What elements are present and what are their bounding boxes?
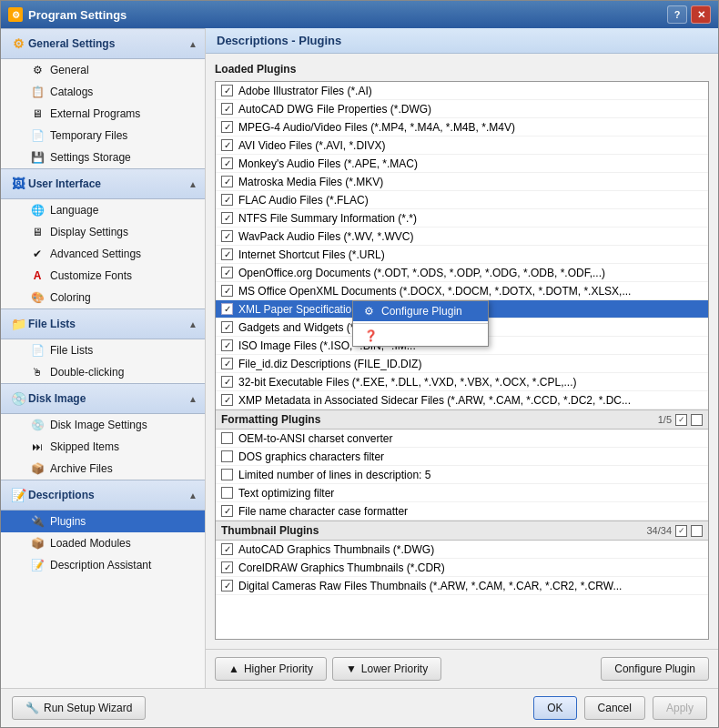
- sidebar-item-external-programs[interactable]: 🖥 External Programs: [1, 103, 205, 125]
- formatting-item-5[interactable]: File name character case formatter: [216, 502, 708, 521]
- sidebar-item-settings-storage[interactable]: 💾 Settings Storage: [1, 147, 205, 168]
- formatting-item-2[interactable]: DOS graphics characters filter: [216, 448, 708, 466]
- plugin-item-7[interactable]: FLAC Audio Files (*.FLAC): [216, 191, 708, 209]
- configure-plugin-label: Configure Plugin: [614, 662, 695, 675]
- plugin-item-1[interactable]: Adobe Illustrator Files (*.AI): [216, 82, 708, 100]
- thumbnail-name-3: Digital Cameras Raw Files Thumbnails (*.…: [238, 580, 622, 592]
- file-lists-item-icon: 📄: [30, 343, 45, 358]
- lower-priority-button[interactable]: ▼ Lower Priority: [332, 657, 441, 681]
- sidebar-item-skipped-items[interactable]: ⏭ Skipped Items: [1, 436, 205, 458]
- plugin-list[interactable]: Adobe Illustrator Files (*.AI) AutoCAD D…: [215, 81, 709, 640]
- plugin-checkbox-17[interactable]: [221, 376, 233, 388]
- thumbnail-checkbox-1[interactable]: [221, 543, 233, 555]
- plugin-checkbox-1[interactable]: [221, 85, 233, 96]
- plugin-checkbox-9[interactable]: [221, 230, 233, 242]
- plugin-item-10[interactable]: Internet Shortcut Files (*.URL): [216, 246, 708, 264]
- plugin-checkbox-11[interactable]: [221, 267, 233, 278]
- configure-label: Configure Plugin: [381, 305, 462, 318]
- run-setup-wizard-button[interactable]: 🔧 Run Setup Wizard: [12, 696, 146, 720]
- plugin-checkbox-13[interactable]: [221, 303, 233, 315]
- plugin-item-18[interactable]: XMP Metadata in Associated Sidecar Files…: [216, 391, 708, 410]
- plugin-item-4[interactable]: AVI Video Files (*.AVI, *.DIVX): [216, 136, 708, 155]
- sidebar-item-display-settings[interactable]: 🖥 Display Settings: [1, 221, 205, 243]
- plugin-checkbox-15[interactable]: [221, 339, 233, 351]
- plugin-checkbox-6[interactable]: [221, 176, 233, 187]
- close-button[interactable]: ✕: [691, 5, 711, 24]
- sidebar-item-archive-files[interactable]: 📦 Archive Files: [1, 458, 205, 480]
- formatting-checkbox-5[interactable]: [221, 505, 233, 517]
- plugin-checkbox-7[interactable]: [221, 194, 233, 206]
- plugin-checkbox-12[interactable]: [221, 285, 233, 297]
- plugin-checkbox-3[interactable]: [221, 121, 233, 133]
- formatting-checkbox-2[interactable]: [221, 450, 233, 462]
- thumbnail-checkbox-3[interactable]: [221, 580, 233, 592]
- plugin-item-8[interactable]: NTFS File Summary Information (*.*): [216, 209, 708, 228]
- formatting-checkbox-4[interactable]: [221, 487, 233, 499]
- sidebar-group-ui[interactable]: 🖼 User Interface ▲: [1, 168, 205, 199]
- sidebar-item-loaded-modules[interactable]: 📦 Loaded Modules: [1, 532, 205, 554]
- configure-plugin-button[interactable]: Configure Plugin: [601, 657, 709, 681]
- sidebar-item-description-assistant[interactable]: 📝 Description Assistant: [1, 554, 205, 576]
- sidebar-item-catalogs[interactable]: 📋 Catalogs: [1, 81, 205, 103]
- thumbnail-plugins-label: Thumbnail Plugins: [221, 524, 319, 537]
- context-menu-configure[interactable]: ⚙ Configure Plugin: [353, 301, 488, 321]
- plugin-item-2[interactable]: AutoCAD DWG File Properties (*.DWG): [216, 100, 708, 118]
- help-button[interactable]: ?: [667, 5, 687, 24]
- plugin-item-17[interactable]: 32-bit Executable Files (*.EXE, *.DLL, *…: [216, 373, 708, 391]
- plugin-item-13[interactable]: XML Paper Specification Documents (*.XPS…: [216, 300, 708, 318]
- sidebar-group-disk-image[interactable]: 💿 Disk Image ▲: [1, 383, 205, 414]
- sidebar-item-language[interactable]: 🌐 Language: [1, 199, 205, 221]
- plugin-name-16: File_id.diz Descriptions (FILE_ID.DIZ): [238, 358, 421, 370]
- plugin-checkbox-2[interactable]: [221, 103, 233, 115]
- plugin-item-11[interactable]: OpenOffice.org Documents (*.ODT, *.ODS, …: [216, 264, 708, 282]
- plugin-item-6[interactable]: Matroska Media Files (*.MKV): [216, 173, 708, 191]
- sidebar-item-disk-image-settings[interactable]: 💿 Disk Image Settings: [1, 414, 205, 436]
- thumbnail-item-1[interactable]: AutoCAD Graphics Thumbnails (*.DWG): [216, 541, 708, 559]
- sidebar-item-double-clicking[interactable]: 🖱 Double-clicking: [1, 361, 205, 383]
- higher-priority-button[interactable]: ▲ Higher Priority: [215, 657, 327, 681]
- sidebar-item-file-lists[interactable]: 📄 File Lists: [1, 339, 205, 361]
- sidebar-item-plugins[interactable]: 🔌 Plugins: [1, 511, 205, 532]
- thumbnail-check-all[interactable]: ✓: [675, 525, 687, 537]
- ok-button[interactable]: OK: [533, 696, 576, 720]
- sidebar-item-coloring[interactable]: 🎨 Coloring: [1, 287, 205, 308]
- plugin-checkbox-4[interactable]: [221, 139, 233, 151]
- formatting-item-1[interactable]: OEM-to-ANSI charset converter: [216, 430, 708, 448]
- formatting-uncheck-all[interactable]: [691, 414, 703, 426]
- sidebar-item-advanced-settings[interactable]: ✔ Advanced Settings: [1, 243, 205, 265]
- plugin-item-16[interactable]: File_id.diz Descriptions (FILE_ID.DIZ): [216, 355, 708, 373]
- file-lists-collapse-arrow: ▲: [188, 319, 197, 329]
- sidebar-group-file-lists[interactable]: 📁 File Lists ▲: [1, 308, 205, 339]
- formatting-checkbox-1[interactable]: [221, 432, 233, 444]
- general-label: General: [50, 64, 89, 76]
- plugin-checkbox-14[interactable]: [221, 321, 233, 333]
- plugin-checkbox-5[interactable]: [221, 157, 233, 169]
- plugin-checkbox-10[interactable]: [221, 248, 233, 260]
- plugin-checkbox-16[interactable]: [221, 358, 233, 369]
- loaded-modules-label: Loaded Modules: [50, 537, 131, 550]
- sidebar-item-temporary-files[interactable]: 📄 Temporary Files: [1, 125, 205, 147]
- plugin-item-12[interactable]: MS Office OpenXML Documents (*.DOCX, *.D…: [216, 282, 708, 300]
- sidebar-item-general[interactable]: ⚙ General: [1, 59, 205, 81]
- apply-button[interactable]: Apply: [653, 696, 707, 720]
- cancel-button[interactable]: Cancel: [584, 696, 645, 720]
- thumbnail-uncheck-all[interactable]: [691, 525, 703, 537]
- configure-icon: ⚙: [364, 305, 374, 318]
- plugin-item-3[interactable]: MPEG-4 Audio/Video Files (*.MP4, *.M4A, …: [216, 118, 708, 136]
- plugin-item-9[interactable]: WavPack Audio Files (*.WV, *.WVC): [216, 228, 708, 246]
- thumbnail-item-3[interactable]: Digital Cameras Raw Files Thumbnails (*.…: [216, 577, 708, 595]
- general-icon: ⚙: [30, 63, 45, 77]
- sidebar-group-descriptions[interactable]: 📝 Descriptions ▲: [1, 480, 205, 511]
- thumbnail-item-2[interactable]: CorelDRAW Graphics Thumbnails (*.CDR): [216, 559, 708, 577]
- formatting-item-4[interactable]: Text optimizing filter: [216, 484, 708, 502]
- sidebar-group-general[interactable]: ⚙ General Settings ▲: [1, 28, 205, 59]
- plugin-checkbox-8[interactable]: [221, 212, 233, 224]
- sidebar-item-customize-fonts[interactable]: A Customize Fonts: [1, 265, 205, 287]
- context-menu-what-is[interactable]: ❓ What Is This?: [353, 326, 488, 346]
- formatting-checkbox-3[interactable]: [221, 469, 233, 480]
- thumbnail-checkbox-2[interactable]: [221, 561, 233, 573]
- plugin-item-5[interactable]: Monkey's Audio Files (*.APE, *.MAC): [216, 155, 708, 173]
- plugin-checkbox-18[interactable]: [221, 394, 233, 406]
- formatting-check-all[interactable]: ✓: [675, 414, 687, 426]
- formatting-item-3[interactable]: Limited number of lines in description: …: [216, 466, 708, 484]
